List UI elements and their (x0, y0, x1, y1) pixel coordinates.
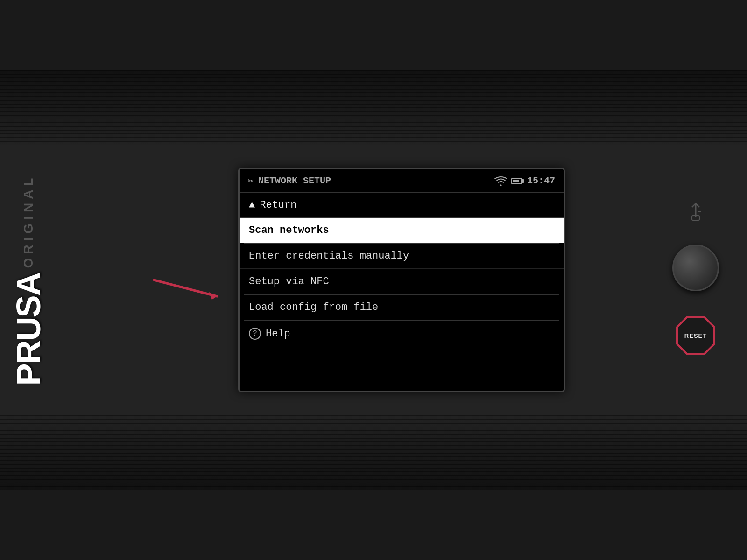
load-config-label: Load config from file (249, 301, 378, 313)
rotary-knob[interactable] (672, 245, 719, 291)
menu-item-help[interactable]: ? Help (240, 321, 564, 346)
top-bar (0, 70, 747, 145)
wifi-icon (494, 176, 507, 186)
clock-time: 15:47 (527, 175, 555, 186)
menu-item-setup-nfc[interactable]: Setup via NFC (240, 269, 564, 294)
annotation-arrow-container (145, 271, 229, 310)
reset-button-container[interactable]: RESET (675, 315, 717, 357)
screen-header: ✂ NETWORK SETUP 15:47 (240, 169, 564, 193)
usb-icon (688, 203, 703, 226)
screen-content: ▲ Return Scan networks Enter credentials… (240, 193, 564, 391)
menu-item-return[interactable]: ▲ Return (240, 193, 564, 218)
center-section: ORIGINAL PRUSA ✂ NETWORK SETUP (0, 145, 747, 415)
return-label: Return (260, 199, 296, 211)
network-setup-icon: ✂ (248, 175, 254, 187)
lcd-screen: ✂ NETWORK SETUP 15:47 (238, 168, 565, 392)
battery-icon (511, 178, 522, 184)
scan-networks-label: Scan networks (249, 224, 329, 236)
brand-original: ORIGINAL (21, 175, 36, 268)
menu-item-scan-networks[interactable]: Scan networks (240, 218, 564, 243)
bottom-bar (0, 415, 747, 490)
menu-item-enter-credentials[interactable]: Enter credentials manually (240, 244, 564, 269)
reset-label: RESET (684, 332, 707, 339)
menu-item-load-config[interactable]: Load config from file (240, 295, 564, 320)
annotation-arrow-svg (145, 271, 229, 308)
printer-body: ORIGINAL PRUSA ✂ NETWORK SETUP (0, 70, 747, 490)
screen-header-right: 15:47 (494, 175, 555, 186)
help-label: Help (266, 328, 290, 340)
setup-nfc-label: Setup via NFC (249, 276, 329, 287)
svg-marker-1 (209, 292, 217, 300)
svg-line-0 (154, 280, 217, 296)
return-icon: ▲ (249, 199, 255, 211)
help-icon: ? (249, 328, 261, 340)
screen-title: NETWORK SETUP (258, 175, 331, 186)
enter-credentials-label: Enter credentials manually (249, 250, 409, 262)
brand-prusa: PRUSA (9, 273, 48, 385)
screen-header-left: ✂ NETWORK SETUP (248, 175, 331, 187)
right-controls: RESET (672, 203, 719, 357)
brand-label: ORIGINAL PRUSA (9, 175, 48, 386)
